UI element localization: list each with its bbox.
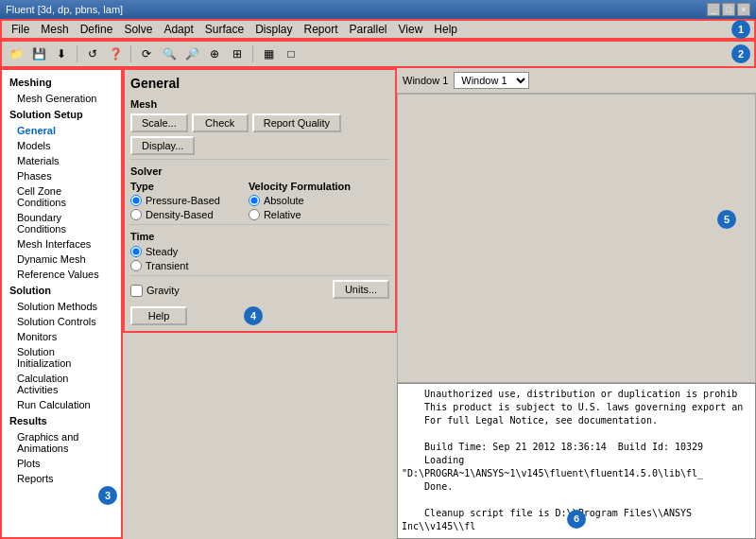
tree-phases[interactable]: Phases — [2, 168, 121, 183]
menu-report[interactable]: Report — [298, 21, 343, 38]
toolbar-zoom-in[interactable]: 🔍 — [159, 43, 180, 64]
tree-mesh-interfaces[interactable]: Mesh Interfaces — [2, 236, 121, 252]
scale-button[interactable]: Scale... — [130, 113, 188, 132]
panel-title: General — [130, 76, 389, 91]
tree-solution-methods[interactable]: Solution Methods — [2, 299, 121, 314]
tree-reference-values[interactable]: Reference Values — [2, 267, 121, 282]
absolute-radio[interactable]: Absolute — [249, 195, 351, 206]
tree-reports[interactable]: Reports — [2, 471, 121, 486]
tree-plots[interactable]: Plots — [2, 456, 121, 471]
tree-graphics[interactable]: Graphics and Animations — [2, 429, 121, 456]
viewport-dropdown[interactable]: Window 1 Window 2 — [454, 72, 529, 89]
tree-general[interactable]: General — [2, 123, 121, 138]
help-btn-row: Help 4 — [130, 306, 389, 325]
steady-input[interactable] — [130, 246, 142, 257]
toolbar-zoom-box[interactable]: ⊕ — [204, 43, 225, 64]
minimize-button[interactable]: _ — [707, 3, 720, 16]
close-button[interactable]: × — [737, 3, 750, 16]
toolbar-zoom-out[interactable]: 🔎 — [181, 43, 202, 64]
menu-mesh[interactable]: Mesh — [35, 21, 74, 38]
toolbar-fit[interactable]: ⊞ — [227, 43, 248, 64]
units-button[interactable]: Units... — [333, 280, 389, 299]
gravity-checkbox-label[interactable]: Gravity — [130, 285, 180, 297]
viewport-area: 5 — [397, 94, 756, 383]
label-5: 5 — [717, 210, 736, 229]
tree-monitors[interactable]: Monitors — [2, 329, 121, 344]
toolbar-rotate[interactable]: ⟳ — [136, 43, 157, 64]
title-text: Fluent [3d, dp, pbns, lam] — [6, 4, 707, 15]
viewport-label: Window 1 — [403, 75, 448, 86]
relative-input[interactable] — [249, 209, 260, 220]
menu-help[interactable]: Help — [428, 21, 463, 38]
pressure-based-radio[interactable]: Pressure-Based — [130, 195, 220, 206]
menu-surface[interactable]: Surface — [199, 21, 249, 38]
menu-solve[interactable]: Solve — [118, 21, 158, 38]
pressure-based-input[interactable] — [130, 195, 142, 206]
menu-display[interactable]: Display — [249, 21, 298, 38]
toolbar: 📁 💾 ⬇ ↺ ❓ ⟳ 🔍 🔎 ⊕ ⊞ ▦ □ 2 — [0, 40, 756, 68]
pressure-based-label: Pressure-Based — [146, 195, 220, 206]
mesh-section-label: Mesh — [130, 98, 389, 110]
help-button[interactable]: Help — [130, 306, 187, 325]
divider3 — [130, 275, 389, 276]
velocity-radio-group: Absolute Relative — [249, 195, 351, 220]
left-panel: Meshing Mesh Generation Solution Setup G… — [0, 68, 123, 539]
display-button[interactable]: Display... — [130, 136, 195, 155]
title-bar-buttons[interactable]: _ □ × — [707, 3, 750, 16]
label-6: 6 — [567, 510, 586, 529]
tree-calc-activities[interactable]: Calculation Activities — [2, 371, 121, 397]
tree-dynamic-mesh[interactable]: Dynamic Mesh — [2, 252, 121, 267]
menu-define[interactable]: Define — [75, 21, 119, 38]
steady-radio[interactable]: Steady — [130, 246, 389, 257]
menu-adapt[interactable]: Adapt — [158, 21, 198, 38]
menu-bar: File Mesh Define Solve Adapt Surface Dis… — [0, 19, 756, 40]
solver-type-col: Type Pressure-Based Density-Based — [130, 181, 220, 220]
tree-run-calculation[interactable]: Run Calculation — [2, 397, 121, 412]
tree-mesh-generation[interactable]: Mesh Generation — [2, 91, 121, 106]
time-section: Time Steady Transient — [130, 231, 389, 271]
tree-solution-init[interactable]: Solution Initialization — [2, 344, 121, 371]
toolbar-down[interactable]: ⬇ — [51, 43, 72, 64]
check-button[interactable]: Check — [192, 113, 249, 132]
time-radio-group: Steady Transient — [130, 246, 389, 271]
tree-cell-zone[interactable]: Cell Zone Conditions — [2, 183, 121, 210]
label-1: 1 — [731, 20, 750, 39]
tree-models[interactable]: Models — [2, 138, 121, 153]
density-based-radio[interactable]: Density-Based — [130, 209, 220, 220]
transient-input[interactable] — [130, 260, 142, 271]
menu-parallel[interactable]: Parallel — [344, 21, 393, 38]
section-solution-setup: Solution Setup — [2, 106, 121, 123]
viewport-header: Window 1 Window 1 Window 2 — [397, 68, 756, 94]
tree-solution-controls[interactable]: Solution Controls — [2, 314, 121, 329]
toolbar-refresh[interactable]: ↺ — [82, 43, 103, 64]
relative-radio[interactable]: Relative — [249, 209, 351, 220]
section-solution: Solution — [2, 282, 121, 299]
title-bar: Fluent [3d, dp, pbns, lam] _ □ × — [0, 0, 756, 19]
relative-label: Relative — [264, 209, 301, 220]
toolbar-sep1 — [77, 45, 77, 62]
general-panel: General Mesh Scale... Check Report Quali… — [123, 68, 397, 333]
absolute-input[interactable] — [249, 195, 260, 206]
steady-label: Steady — [146, 246, 178, 257]
gravity-checkbox[interactable] — [130, 285, 143, 297]
type-radio-group: Pressure-Based Density-Based — [130, 195, 220, 220]
menu-file[interactable]: File — [6, 21, 35, 38]
divider2 — [130, 224, 389, 225]
main-content: Meshing Mesh Generation Solution Setup G… — [0, 68, 756, 539]
tree-materials[interactable]: Materials — [2, 153, 121, 168]
gravity-label: Gravity — [146, 285, 180, 296]
density-based-input[interactable] — [130, 209, 142, 220]
toolbar-help[interactable]: ❓ — [105, 43, 126, 64]
toolbar-save[interactable]: 💾 — [28, 43, 49, 64]
transient-label: Transient — [146, 260, 188, 271]
menu-view[interactable]: View — [393, 21, 429, 38]
report-quality-button[interactable]: Report Quality — [252, 113, 341, 132]
toolbar-open[interactable]: 📁 — [6, 43, 26, 64]
tree-boundary[interactable]: Boundary Conditions — [2, 210, 121, 236]
time-label: Time — [130, 231, 389, 242]
maximize-button[interactable]: □ — [722, 3, 735, 16]
toolbar-grid[interactable]: ▦ — [258, 43, 279, 64]
console-area[interactable]: Unauthorized use, distribution or duplic… — [397, 383, 756, 539]
toolbar-box[interactable]: □ — [281, 43, 301, 64]
transient-radio[interactable]: Transient — [130, 260, 389, 271]
